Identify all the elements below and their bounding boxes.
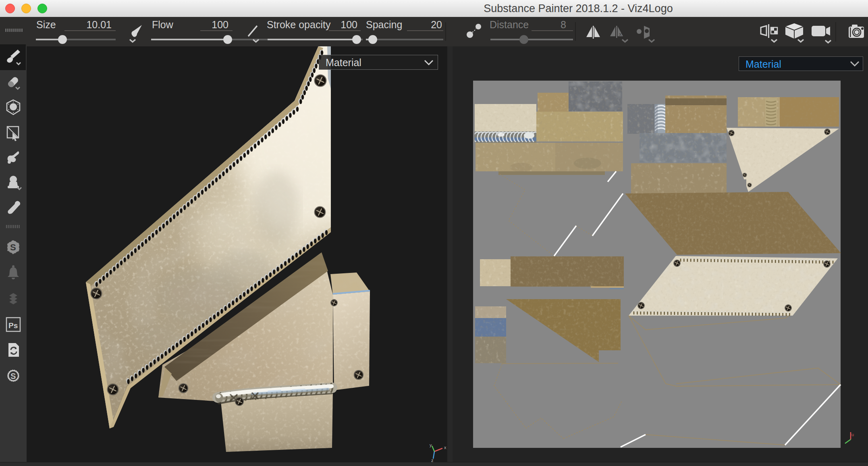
- svg-text:x: x: [444, 445, 446, 450]
- svg-text:Ps: Ps: [8, 321, 18, 330]
- svg-text:u: u: [851, 432, 854, 437]
- svg-text:S: S: [10, 372, 16, 381]
- svg-text:S: S: [10, 242, 16, 252]
- svg-text:x: x: [619, 31, 622, 37]
- svg-text:y: y: [430, 443, 432, 447]
- svg-text:z: z: [431, 458, 434, 462]
